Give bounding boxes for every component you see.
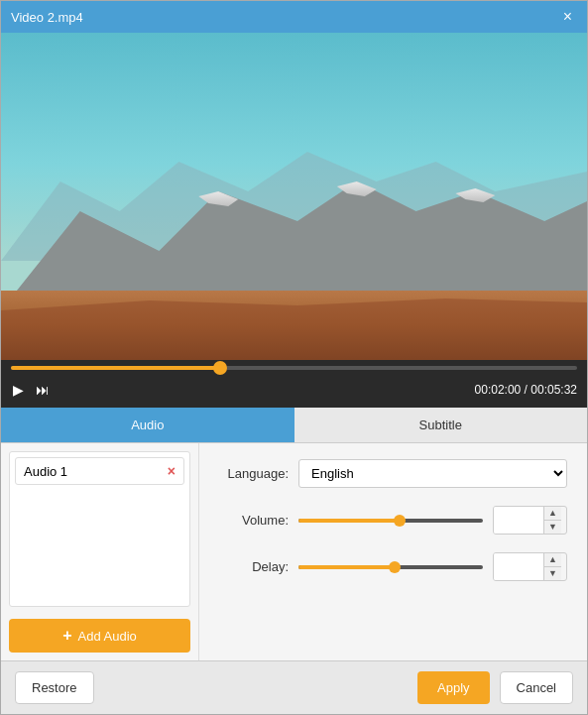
delay-input-wrapper: 33ms ▲ ▼ <box>493 552 567 581</box>
volume-slider[interactable] <box>298 511 483 531</box>
language-row: Language: English French Spanish German <box>219 459 567 488</box>
total-time: 00:05:32 <box>530 383 577 397</box>
restore-button[interactable]: Restore <box>15 671 94 704</box>
cancel-button[interactable]: Cancel <box>500 671 573 704</box>
title-bar: Video 2.mp4 × <box>1 1 587 33</box>
tab-audio[interactable]: Audio <box>1 408 294 442</box>
tabs-row: Audio Subtitle <box>1 408 587 443</box>
current-time: 00:02:00 <box>475 383 522 397</box>
audio-item-label: Audio 1 <box>24 464 67 479</box>
footer-bar: Restore Apply Cancel <box>1 660 587 714</box>
remove-audio-button[interactable]: × <box>168 463 176 479</box>
volume-fill <box>298 519 400 523</box>
language-select[interactable]: English French Spanish German <box>298 459 567 488</box>
language-label: Language: <box>219 466 289 481</box>
video-preview <box>1 33 587 360</box>
volume-input-wrapper: 25 ▲ ▼ <box>493 506 567 535</box>
delay-spinners: ▲ ▼ <box>543 553 561 580</box>
time-display: 00:02:00 / 00:05:32 <box>475 383 577 397</box>
delay-track <box>298 565 483 569</box>
delay-fill <box>298 565 395 569</box>
volume-thumb <box>394 515 406 527</box>
add-audio-label: Add Audio <box>78 629 137 644</box>
delay-up-button[interactable]: ▲ <box>544 553 561 567</box>
progress-track[interactable] <box>11 366 577 370</box>
audio-list-box: Audio 1 × <box>9 451 190 607</box>
volume-row: Volume: 25 ▲ ▼ <box>219 506 567 535</box>
play-button[interactable]: ▶ <box>11 380 26 400</box>
volume-up-button[interactable]: ▲ <box>544 507 561 521</box>
content-area: Audio 1 × + Add Audio Language: English … <box>1 443 587 660</box>
delay-row: Delay: 33ms ▲ ▼ <box>219 552 567 581</box>
play-controls: ▶ ⏭ <box>11 380 52 400</box>
apply-button[interactable]: Apply <box>417 671 490 704</box>
add-audio-button[interactable]: + Add Audio <box>9 619 190 653</box>
audio-list-panel: Audio 1 × + Add Audio <box>1 443 199 660</box>
delay-thumb <box>389 561 401 573</box>
tab-subtitle[interactable]: Subtitle <box>294 408 588 442</box>
svg-marker-7 <box>1 298 587 360</box>
volume-spinners: ▲ ▼ <box>543 507 561 534</box>
delay-input[interactable]: 33ms <box>494 553 543 580</box>
delay-slider[interactable] <box>298 557 483 577</box>
volume-label: Volume: <box>219 513 289 528</box>
main-window: Video 2.mp4 × <box>0 0 588 715</box>
progress-fill <box>11 366 220 370</box>
window-title: Video 2.mp4 <box>11 10 83 25</box>
list-item: Audio 1 × <box>15 457 184 485</box>
volume-track <box>298 519 483 523</box>
progress-thumb <box>213 361 227 375</box>
footer-right-buttons: Apply Cancel <box>417 671 573 704</box>
close-button[interactable]: × <box>558 7 577 27</box>
delay-down-button[interactable]: ▼ <box>544 567 561 580</box>
delay-label: Delay: <box>219 559 289 574</box>
add-icon: + <box>62 627 71 645</box>
settings-panel: Language: English French Spanish German … <box>199 443 587 660</box>
progress-bar-area <box>1 360 587 376</box>
controls-bar: ▶ ⏭ 00:02:00 / 00:05:32 <box>1 376 587 408</box>
volume-input[interactable]: 25 <box>494 507 543 534</box>
skip-button[interactable]: ⏭ <box>34 380 52 400</box>
volume-down-button[interactable]: ▼ <box>544 521 561 534</box>
